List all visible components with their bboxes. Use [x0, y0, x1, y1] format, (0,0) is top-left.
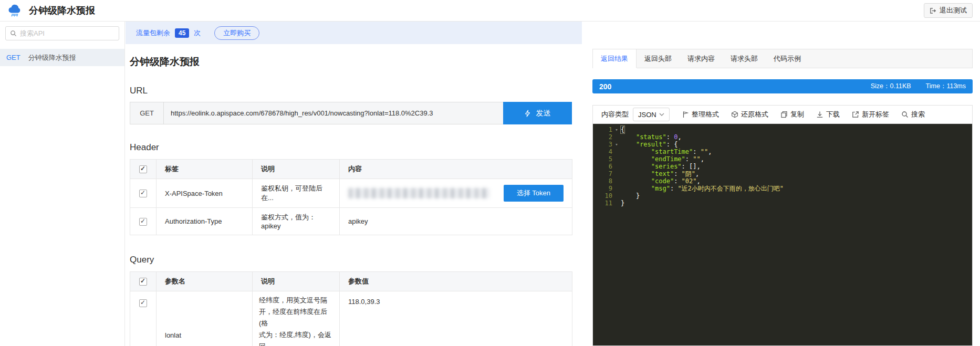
table-header-row: 标签 说明 内容: [130, 160, 572, 179]
content-type-value: JSON: [638, 111, 656, 119]
column-header: 标签: [157, 160, 253, 179]
lightning-bolt-icon: [525, 110, 530, 117]
search-icon: [901, 111, 909, 118]
column-header: 说明: [253, 272, 340, 291]
line-number: 5: [593, 155, 612, 163]
table-row: Authorization-Type 鉴权方式，值为：apikey apikey: [130, 208, 572, 235]
editor-toolbar: 内容类型 JSON 整理格式: [593, 106, 972, 124]
code-text: {: [621, 126, 624, 133]
header-param-label: X-APISpace-Token: [157, 179, 253, 208]
column-header: 参数值: [340, 272, 572, 291]
table-row: X-APISpace-Token 鉴权私钥，可登陆后在... 选择 Token: [130, 179, 572, 208]
fold-toggle-icon[interactable]: ▾: [612, 141, 621, 148]
fold-spacer: [612, 177, 621, 185]
quota-info-bar: 流量包剩余 45 次 立即购买: [126, 22, 582, 44]
open-new-tab-button[interactable]: 新开标签: [852, 110, 889, 119]
line-number: 8: [593, 177, 612, 185]
tab-request-headers[interactable]: 请求头部: [723, 49, 766, 68]
url-row: GET https://eolink.o.apispace.com/678678…: [130, 102, 572, 124]
editor-line: 8 "code": "02",: [593, 177, 972, 185]
copy-label: 复制: [790, 110, 804, 119]
select-all-checkbox[interactable]: [139, 278, 147, 286]
restore-format-button[interactable]: 还原格式: [731, 110, 768, 119]
api-item-label: 分钟级降水预报: [28, 53, 76, 62]
quota-unit: 次: [194, 28, 201, 38]
line-number: 10: [593, 192, 612, 200]
line-number: 2: [593, 133, 612, 141]
row-checkbox[interactable]: [139, 218, 147, 226]
query-param-desc: 经纬度，用英文逗号隔 开，经度在前纬度在后(格 式为：经度,纬度)，会返回 该经…: [253, 291, 340, 346]
fold-spacer: [612, 163, 621, 170]
download-label: 下载: [826, 110, 840, 119]
page-title: 分钟级降水预报: [130, 55, 572, 69]
quota-label: 流量包剩余: [136, 28, 170, 38]
select-token-button[interactable]: 选择 Token: [504, 185, 564, 202]
copy-button[interactable]: 复制: [780, 110, 804, 119]
header-params-table: 标签 说明 内容 X-APISpace-Token 鉴权私钥，可登陆后在... …: [130, 159, 572, 235]
format-button[interactable]: 整理格式: [682, 110, 719, 119]
result-tabs: 返回结果 返回头部 请求内容 请求头部 代码示例: [592, 49, 973, 68]
http-method-cell: GET: [130, 102, 164, 124]
column-header: 说明: [253, 160, 340, 179]
header-param-desc: 鉴权私钥，可登陆后在...: [253, 179, 340, 208]
fold-toggle-icon[interactable]: ▾: [612, 126, 621, 133]
tab-response-result[interactable]: 返回结果: [593, 49, 637, 68]
code-text: }: [621, 192, 640, 200]
response-size: Size：0.11KB: [871, 82, 911, 91]
row-checkbox[interactable]: [139, 299, 147, 307]
table-row: lonlat 经纬度，用英文逗号隔 开，经度在前纬度在后(格 式为：经度,纬度)…: [130, 291, 572, 346]
editor-line: 2 "status": 0,: [593, 133, 972, 141]
content-type-select[interactable]: JSON: [633, 108, 670, 121]
line-number: 9: [593, 185, 612, 192]
api-doc-main: 分钟级降水预报 URL GET https://eolink.o.apispac…: [126, 44, 582, 346]
table-header-row: 参数名 说明 参数值: [130, 272, 572, 291]
select-all-checkbox[interactable]: [139, 165, 147, 173]
editor-line: 1▾{: [593, 126, 972, 133]
send-request-button[interactable]: 发送: [503, 102, 572, 124]
header-param-value[interactable]: apikey: [340, 208, 572, 235]
url-section-heading: URL: [130, 86, 572, 96]
restore-label: 还原格式: [741, 110, 768, 119]
editor-line: 11}: [593, 200, 972, 207]
api-search-box[interactable]: [5, 26, 119, 40]
code-text: "series": [],: [621, 163, 701, 170]
masked-token-value[interactable]: [348, 188, 490, 198]
rain-cloud-logo-icon: [7, 3, 23, 18]
response-status-bar: 200 Size：0.11KB Time：113ms: [592, 79, 973, 93]
json-editor[interactable]: 1▾{2 "status": 0,3▾ "result": {4 "startT…: [593, 124, 972, 345]
line-number: 11: [593, 200, 612, 207]
format-label: 整理格式: [692, 110, 719, 119]
download-button[interactable]: 下载: [816, 110, 840, 119]
chevron-down-icon: [659, 113, 664, 116]
code-text: "startTime": "",: [621, 148, 712, 155]
code-text: "endTime": "",: [621, 155, 704, 163]
code-text: }: [621, 200, 624, 207]
editor-line: 4 "startTime": "",: [593, 148, 972, 155]
tab-response-headers[interactable]: 返回头部: [637, 49, 680, 68]
query-param-value[interactable]: 118.0,39.3: [340, 291, 572, 346]
search-result-button[interactable]: 搜索: [901, 110, 925, 119]
tab-code-samples[interactable]: 代码示例: [766, 49, 809, 68]
editor-line: 3▾ "result": {: [593, 141, 972, 148]
tab-request-body[interactable]: 请求内容: [680, 49, 723, 68]
search-input[interactable]: [20, 29, 114, 37]
sidebar-item-api[interactable]: GET 分钟级降水预报: [0, 49, 124, 66]
api-method-tag: GET: [6, 54, 20, 61]
fold-spacer: [612, 192, 621, 200]
new-tab-label: 新开标签: [862, 110, 889, 119]
row-checkbox[interactable]: [139, 190, 147, 197]
line-number: 3: [593, 141, 612, 148]
exit-test-button[interactable]: 退出测试: [924, 3, 973, 18]
editor-line: 5 "endTime": "",: [593, 155, 972, 163]
fold-spacer: [612, 170, 621, 177]
buy-now-button[interactable]: 立即购买: [214, 26, 259, 40]
format-icon: [682, 111, 689, 118]
header-section-heading: Header: [130, 142, 572, 153]
api-sidebar: GET 分钟级降水预报: [0, 22, 125, 346]
search-icon: [10, 30, 17, 37]
copy-icon: [780, 111, 788, 118]
logout-icon: [930, 7, 936, 14]
search-label: 搜索: [911, 110, 925, 119]
editor-line: 6 "series": [],: [593, 163, 972, 170]
quota-count-badge: 45: [175, 28, 189, 38]
